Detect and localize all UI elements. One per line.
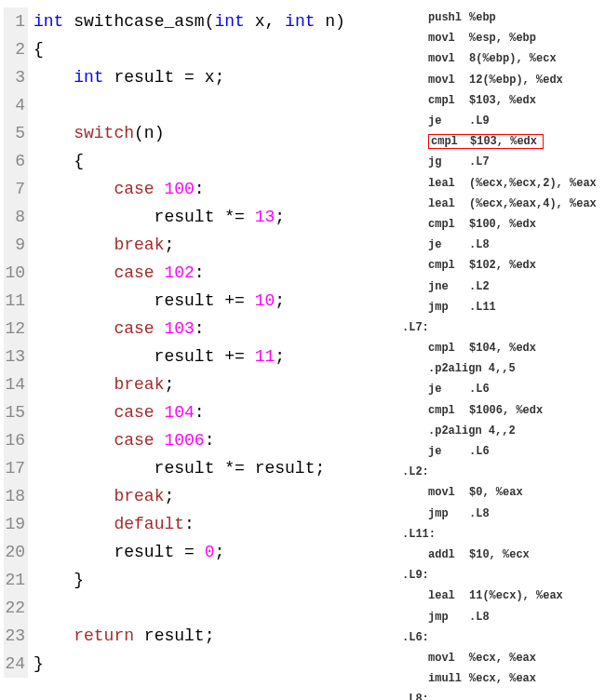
line-number: 3 (4, 63, 28, 91)
asm-line: .L7: (402, 317, 601, 338)
asm-operands: .L2 (469, 280, 601, 293)
line-number: 20 (4, 538, 28, 566)
line-number: 5 (4, 119, 28, 147)
asm-operands: $100, %edx (469, 218, 601, 231)
asm-opcode: cmpl (428, 404, 469, 417)
asm-line: je.L9 (402, 111, 601, 131)
asm-line: movl8(%ebp), %ecx (402, 48, 601, 69)
code-line: 19 default: (4, 510, 393, 538)
asm-opcode: je (428, 114, 469, 128)
line-number: 11 (4, 287, 28, 315)
code-line: 15 case 104: (4, 398, 393, 426)
asm-operands: .L8 (469, 507, 601, 520)
code-content: break; (28, 375, 174, 394)
code-line: 3 int result = x; (4, 63, 393, 91)
asm-operands: $103, %edx (470, 135, 537, 148)
asm-line: cmpl$104, %edx (402, 338, 601, 358)
asm-opcode: movl (428, 32, 469, 45)
asm-line: .L11: (402, 524, 601, 545)
code-line: 7 case 100: (4, 175, 393, 203)
asm-line: movl%esp, %ebp (402, 28, 601, 48)
code-content: case 103: (28, 319, 205, 338)
code-line: 23 return result; (4, 622, 393, 650)
asm-operands: $1006, %edx (469, 404, 601, 417)
code-line: 21 } (4, 566, 393, 594)
asm-operands: .L6 (469, 445, 601, 458)
line-number: 9 (4, 231, 28, 259)
code-content: result = 0; (28, 543, 224, 561)
asm-operands: %ebp (469, 11, 601, 24)
code-content: { (28, 40, 44, 59)
code-content: break; (28, 236, 174, 254)
asm-line: jmp.L11 (402, 297, 601, 317)
asm-line: addl$10, %ecx (402, 545, 601, 565)
code-line: 4 (4, 91, 393, 119)
code-line: 16 case 1006: (4, 426, 393, 454)
asm-opcode: leal (428, 197, 469, 210)
asm-opcode: cmpl (428, 259, 469, 272)
asm-operands: .L8 (469, 238, 601, 251)
asm-line: leal(%ecx,%ecx,2), %eax (402, 173, 601, 194)
asm-line: .p2align 4,,2 (402, 421, 601, 441)
asm-line: jmp.L8 (402, 504, 601, 524)
code-line: 8 result *= 13; (4, 203, 393, 231)
code-line: 6 { (4, 147, 393, 175)
line-number: 1 (4, 7, 28, 35)
asm-line: pushl%ebp (402, 7, 601, 28)
asm-line: je.L6 (402, 441, 601, 462)
code-line: 20 result = 0; (4, 538, 393, 566)
code-line: 1int swithcase_asm(int x, int n) (4, 7, 393, 35)
asm-line: leal11(%ecx), %eax (402, 586, 601, 606)
asm-operands: %esp, %ebp (469, 32, 601, 45)
asm-operands: $103, %edx (469, 94, 601, 107)
line-number: 23 (4, 622, 28, 650)
line-number: 10 (4, 259, 28, 287)
code-content: return result; (28, 626, 214, 645)
asm-label: .L11: (402, 528, 436, 541)
code-content: case 100: (28, 180, 205, 198)
line-number: 2 (4, 35, 28, 63)
asm-opcode: je (428, 445, 469, 458)
code-content: result += 11; (28, 347, 285, 366)
code-line: 22 (4, 594, 393, 622)
line-number: 15 (4, 398, 28, 426)
line-number: 16 (4, 426, 28, 454)
asm-opcode: jg (428, 155, 469, 168)
asm-label: .L2: (402, 465, 429, 478)
asm-operands: %ecx, %eax (469, 672, 601, 685)
asm-line: .L6: (402, 627, 601, 648)
asm-operands: .L11 (469, 301, 601, 314)
line-number: 22 (4, 594, 28, 622)
code-content: switch(n) (28, 124, 164, 142)
code-line: 24} (4, 650, 393, 678)
line-number: 12 (4, 315, 28, 343)
line-number: 14 (4, 370, 28, 398)
asm-opcode: cmpl (428, 218, 469, 231)
code-content: int result = x; (28, 68, 224, 87)
asm-operands: 8(%ebp), %ecx (469, 52, 601, 65)
source-code-panel: 1int swithcase_asm(int x, int n)2{3 int … (4, 7, 393, 693)
asm-operands: .L7 (469, 155, 601, 168)
asm-opcode: imull (428, 672, 469, 685)
asm-line: cmpl$102, %edx (402, 255, 601, 276)
asm-opcode: jmp (428, 301, 469, 314)
code-line: 14 break; (4, 370, 393, 398)
code-content: int swithcase_asm(int x, int n) (28, 12, 345, 31)
code-content: { (28, 152, 84, 170)
asm-operands: 12(%ebp), %edx (469, 74, 601, 87)
asm-label: .L9: (402, 569, 429, 582)
line-number: 18 (4, 482, 28, 510)
assembly-panel: pushl%ebpmovl%esp, %ebpmovl8(%ebp), %ecx… (393, 7, 601, 693)
line-number: 8 (4, 203, 28, 231)
asm-line: je.L6 (402, 379, 601, 399)
asm-operands: .L6 (469, 383, 601, 396)
code-content: break; (28, 487, 174, 505)
code-line: 17 result *= result; (4, 454, 393, 482)
code-content: default: (28, 515, 195, 533)
asm-line: leal(%ecx,%eax,4), %eax (402, 194, 601, 214)
asm-line: jg.L7 (402, 152, 601, 172)
line-number: 24 (4, 650, 28, 678)
asm-opcode: movl (428, 486, 469, 499)
asm-line: cmpl$103, %edx (402, 90, 601, 111)
asm-opcode: jne (428, 280, 469, 293)
